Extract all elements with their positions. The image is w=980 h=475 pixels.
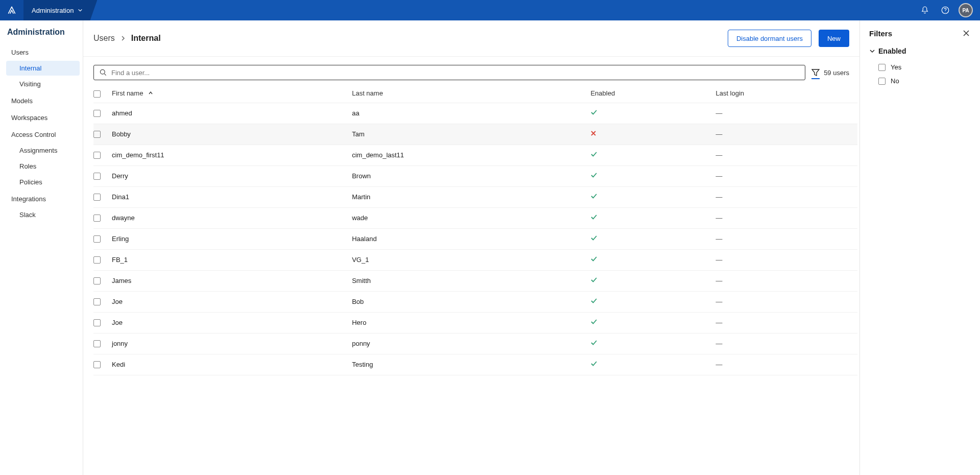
app-switcher[interactable]: Administration [23,0,97,20]
table-row[interactable]: ErlingHaaland— [93,228,857,249]
row-checkbox[interactable] [93,152,101,159]
svg-point-2 [100,69,105,74]
table-row[interactable]: DerryBrown— [93,165,857,186]
table-row[interactable]: ahmedaa— [93,103,857,124]
table-row[interactable]: JoeBob— [93,291,857,312]
filter-group-toggle[interactable]: Enabled [869,47,971,55]
table-row[interactable]: FB_1VG_1— [93,249,857,270]
help-button[interactable] [935,0,955,20]
new-button[interactable]: New [819,30,849,47]
breadcrumb-current: Internal [131,34,161,43]
check-icon [590,318,597,325]
row-checkbox[interactable] [93,110,101,117]
row-checkbox[interactable] [93,215,101,222]
sidebar-item-internal[interactable]: Internal [6,61,80,76]
x-icon [590,130,596,136]
cell-first-name: Kedi [112,354,352,375]
row-checkbox[interactable] [93,256,101,264]
filters-title: Filters [869,29,892,38]
close-filters-button[interactable] [962,29,971,38]
row-checkbox[interactable] [93,319,101,326]
user-count: 59 users [824,69,849,77]
page-header: Users Internal Disable dormant users New [83,20,859,57]
col-first-name[interactable]: First name [112,84,352,103]
user-avatar[interactable]: PA [959,3,973,17]
sidebar-item-workspaces[interactable]: Workspaces [6,110,80,125]
filter-option-no[interactable]: No [869,74,971,88]
notifications-button[interactable] [915,0,935,20]
sidebar-item-roles[interactable]: Roles [6,159,80,174]
checkbox[interactable] [878,64,886,71]
filter-indicator[interactable]: 59 users [811,68,849,77]
sort-asc-icon [148,89,153,97]
cell-first-name: Dina1 [112,186,352,207]
table-row[interactable]: cim_demo_first11cim_demo_last11— [93,145,857,165]
cell-last-name: Smitth [352,270,590,291]
cell-last-name: ponny [352,333,590,354]
cell-first-name: Bobby [112,124,352,145]
row-checkbox[interactable] [93,298,101,305]
search-input[interactable] [111,69,800,77]
row-checkbox[interactable] [93,173,101,180]
cell-enabled [590,312,715,333]
sidebar-item-assignments[interactable]: Assignments [6,143,80,158]
sidebar-item-models[interactable]: Models [6,93,80,108]
sidebar-item-integrations[interactable]: Integrations [6,192,80,206]
cell-enabled [590,186,715,207]
bell-icon [920,6,929,15]
breadcrumb-parent[interactable]: Users [93,34,115,43]
col-enabled[interactable]: Enabled [590,84,715,103]
select-all-checkbox[interactable] [93,90,101,98]
table-row[interactable]: KediTesting— [93,354,857,375]
chevron-down-icon [869,48,875,54]
col-last-login[interactable]: Last login [715,84,857,103]
search-row: 59 users [83,57,859,84]
cell-enabled [590,165,715,186]
cell-enabled [590,207,715,228]
cell-last-login: — [715,124,857,145]
row-checkbox[interactable] [93,340,101,347]
sidebar-item-policies[interactable]: Policies [6,175,80,189]
check-icon [590,172,597,179]
cell-first-name: ahmed [112,103,352,124]
chevron-down-icon [78,8,83,13]
cell-last-login: — [715,145,857,165]
row-checkbox[interactable] [93,361,101,368]
sidebar-item-users[interactable]: Users [6,45,80,60]
cell-last-name: wade [352,207,590,228]
table-row[interactable]: dwaynewade— [93,207,857,228]
table-row[interactable]: jonnyponny— [93,333,857,354]
disable-dormant-button[interactable]: Disable dormant users [728,30,811,47]
checkbox[interactable] [878,78,886,85]
cell-last-name: Hero [352,312,590,333]
table-row[interactable]: JamesSmitth— [93,270,857,291]
table-row[interactable]: BobbyTam— [93,124,857,145]
row-checkbox[interactable] [93,131,101,138]
row-checkbox[interactable] [93,194,101,201]
users-table-wrap[interactable]: First name Last name Enabled Last login … [83,84,859,475]
sidebar-item-visiting[interactable]: Visiting [6,77,80,91]
row-checkbox[interactable] [93,277,101,284]
col-last-name[interactable]: Last name [352,84,590,103]
row-checkbox[interactable] [93,235,101,243]
cell-first-name: dwayne [112,207,352,228]
table-row[interactable]: Dina1Martin— [93,186,857,207]
check-icon [590,360,597,367]
sidebar-item-access-control[interactable]: Access Control [6,127,80,142]
cell-first-name: James [112,270,352,291]
check-icon [590,151,597,158]
filter-option-yes[interactable]: Yes [869,60,971,74]
cell-last-name: Tam [352,124,590,145]
filters-panel: Filters Enabled Yes No [860,20,980,475]
check-icon [590,109,597,116]
cell-enabled [590,291,715,312]
cell-last-name: Brown [352,165,590,186]
logo-icon [7,5,17,15]
search-box[interactable] [93,65,805,80]
app-logo[interactable] [0,0,23,20]
sidebar-item-slack[interactable]: Slack [6,207,80,222]
funnel-icon [811,68,820,77]
cell-last-login: — [715,249,857,270]
cell-enabled [590,354,715,375]
table-row[interactable]: JoeHero— [93,312,857,333]
